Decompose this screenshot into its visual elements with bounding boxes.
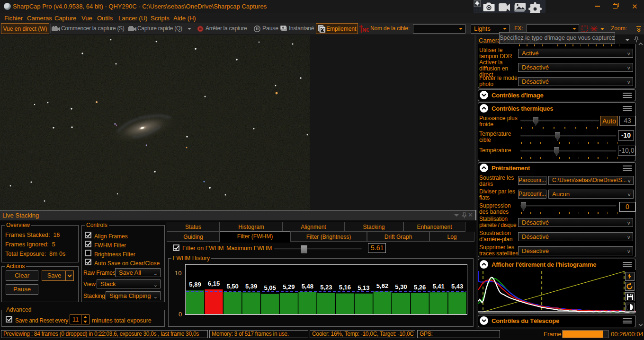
svg-text:5,29: 5,29 <box>283 283 295 290</box>
svg-text:5,41: 5,41 <box>432 283 444 290</box>
svg-text:5,39: 5,39 <box>245 283 257 290</box>
svg-text:5,13: 5,13 <box>358 284 369 291</box>
svg-text:5,26: 5,26 <box>414 284 426 291</box>
svg-text:6,15: 6,15 <box>208 280 220 287</box>
svg-text:NG: NG <box>362 27 369 33</box>
svg-text:5,16: 5,16 <box>339 284 351 291</box>
svg-text:5,23: 5,23 <box>320 284 332 291</box>
svg-text:5,62: 5,62 <box>376 282 388 289</box>
svg-text:5,05: 5,05 <box>264 284 276 291</box>
svg-text:5,43: 5,43 <box>451 283 463 290</box>
svg-text:5,48: 5,48 <box>302 283 313 290</box>
svg-text:5,89: 5,89 <box>189 281 201 288</box>
svg-text:5,30: 5,30 <box>395 283 407 290</box>
svg-text:5,50: 5,50 <box>226 283 238 290</box>
